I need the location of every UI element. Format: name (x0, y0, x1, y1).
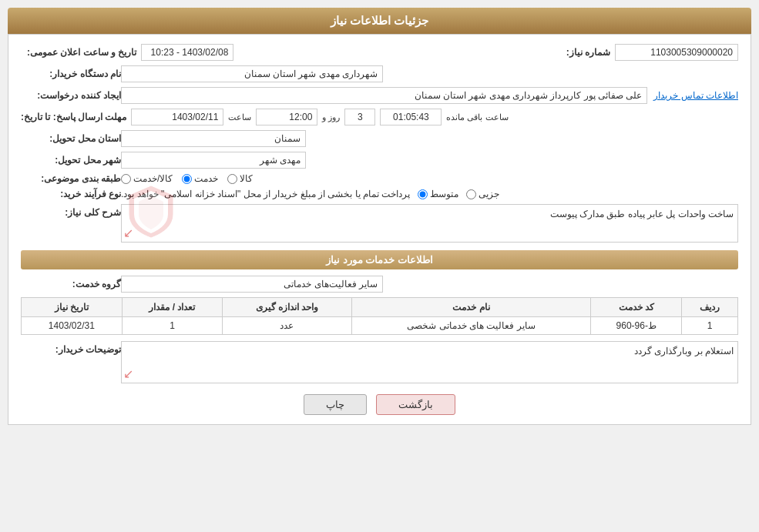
table-row: 1 ط-96-960 سایر فعالیت های خدماتی شخصی ع… (22, 317, 738, 335)
cell-service-name: سایر فعالیت های خدماتی شخصی (351, 317, 591, 335)
buyer-org-label: نام دستگاه خریدار: (21, 69, 121, 79)
category-option-kala[interactable]: کالا (227, 173, 253, 184)
city-label: شهر محل تحویل: (21, 155, 121, 166)
deadline-time-label: ساعت (228, 112, 251, 122)
cell-row-num: 1 (682, 317, 738, 335)
province-value: سمنان (121, 130, 306, 147)
col-unit: واحد اندازه گیری (223, 298, 351, 317)
deadline-label: مهلت ارسال پاسخ: تا تاریخ: (21, 112, 126, 122)
deadline-days: 3 (344, 109, 375, 125)
announce-date-value: 1403/02/08 - 10:23 (141, 44, 233, 61)
deadline-remaining-label: ساعت باقی مانده (446, 112, 508, 122)
services-table: ردیف کد خدمت نام خدمت واحد اندازه گیری ت… (21, 297, 738, 335)
cell-service-code: ط-96-960 (591, 317, 682, 335)
buyer-notes-box: استعلام بر وبارگذاری گردد ↙ (121, 341, 738, 383)
category-option-khedmat[interactable]: خدمت (182, 173, 218, 184)
buyer-notes-label: توضیحات خریدار: (21, 341, 121, 355)
buttons-row: بازگشت چاپ (21, 394, 738, 415)
contact-link[interactable]: اطلاعات تماس خریدار (653, 90, 738, 101)
process-label: نوع فرآیند خرید: (21, 189, 121, 199)
col-service-name: نام خدمت (351, 298, 591, 317)
province-label: استان محل تحویل: (21, 133, 121, 144)
category-label: طبقه بندی موضوعی: (21, 173, 121, 184)
announce-date-label: تاریخ و ساعت اعلان عمومی: (21, 47, 136, 58)
col-service-code: کد خدمت (591, 298, 682, 317)
creator-value: علی صفائی پور کارپرداز شهرداری مهدی شهر … (121, 87, 647, 104)
deadline-date: 1403/02/11 (131, 109, 223, 125)
description-value: ساخت واحدات پل عابر پیاده طبق مدارک پیوس… (121, 204, 738, 243)
col-date: تاریخ نیاز (22, 298, 123, 317)
process-option-jozi[interactable]: جزیی (466, 189, 499, 199)
deadline-days-label: روز و (322, 112, 340, 122)
description-label: شرح کلی نیاز: (21, 204, 121, 218)
need-number-value: 1103005309000020 (615, 44, 738, 61)
col-quantity: تعداد / مقدار (122, 298, 223, 317)
back-button[interactable]: بازگشت (376, 394, 455, 415)
cell-unit: عدد (223, 317, 351, 335)
cell-quantity: 1 (122, 317, 223, 335)
process-option-motavasset[interactable]: متوسط (418, 189, 458, 199)
category-option-kala-khedmat[interactable]: کالا/خدمت (121, 173, 173, 184)
buyer-notes-corner-arrow: ↙ (123, 366, 133, 381)
category-options: کالا/خدمت خدمت کالا (121, 173, 253, 184)
service-group-label: گروه خدمت: (21, 279, 121, 289)
city-value: مهدی شهر (121, 152, 306, 169)
watermark-shield (128, 185, 174, 239)
cell-date: 1403/02/31 (22, 317, 123, 335)
page-title: جزئیات اطلاعات نیاز (8, 8, 751, 34)
services-section-title: اطلاعات خدمات مورد نیاز (21, 250, 738, 269)
print-button[interactable]: چاپ (304, 394, 367, 415)
col-row-num: ردیف (682, 298, 738, 317)
deadline-remaining: 01:05:43 (380, 109, 442, 125)
deadline-time: 12:00 (256, 109, 317, 125)
need-number-label: شماره نیاز: (510, 47, 610, 58)
corner-arrow-icon: ↙ (123, 226, 133, 240)
buyer-org-value: شهرداری مهدی شهر استان سمنان (121, 65, 383, 82)
creator-label: ایجاد کننده درخواست: (21, 90, 121, 101)
service-group-value: سایر فعالیت‌های خدماتی (121, 276, 383, 293)
